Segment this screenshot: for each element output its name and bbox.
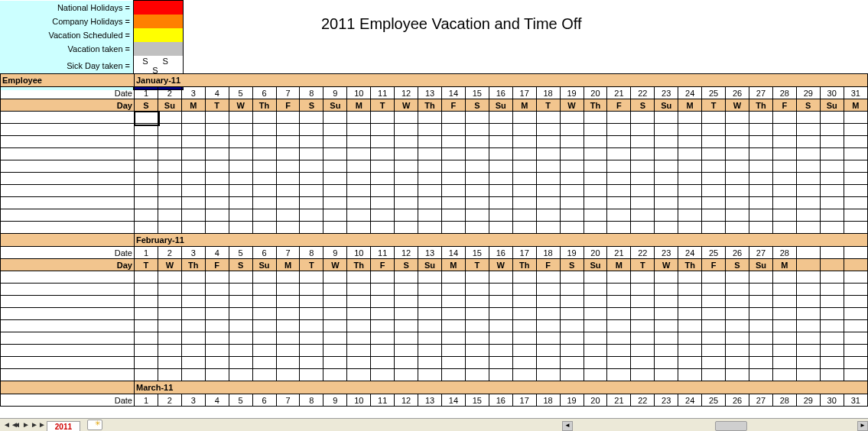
grid-cell[interactable] [395, 173, 418, 185]
grid-cell[interactable] [560, 369, 584, 381]
grid-cell[interactable] [702, 296, 726, 308]
grid-cell[interactable] [631, 185, 655, 197]
grid-cell[interactable] [584, 332, 607, 345]
grid-cell[interactable] [135, 112, 158, 124]
grid-cell[interactable] [749, 160, 772, 173]
grid-cell[interactable] [820, 308, 844, 320]
grid-cell[interactable] [772, 209, 796, 222]
grid-cell[interactable] [512, 222, 536, 234]
grid-cell[interactable] [418, 136, 442, 148]
grid-cell[interactable] [205, 148, 229, 160]
grid-cell[interactable] [158, 332, 181, 345]
grid-cell[interactable] [395, 124, 418, 136]
grid-cell[interactable] [536, 357, 560, 369]
grid-cell[interactable] [796, 369, 820, 381]
grid-cell[interactable] [418, 197, 442, 209]
grid-cell[interactable] [631, 320, 655, 332]
grid-cell[interactable] [607, 136, 631, 148]
grid-cell[interactable] [465, 296, 489, 308]
grid-cell[interactable] [276, 271, 300, 284]
new-sheet-button[interactable] [87, 420, 102, 430]
grid-cell[interactable] [181, 284, 205, 296]
grid-cell[interactable] [844, 357, 867, 369]
grid-cell[interactable] [512, 209, 536, 222]
scroll-thumb[interactable] [715, 421, 747, 431]
grid-cell[interactable] [441, 185, 465, 197]
grid-cell[interactable] [678, 296, 702, 308]
grid-cell[interactable] [276, 332, 300, 345]
grid-cell[interactable] [252, 332, 276, 345]
grid-cell[interactable] [560, 173, 584, 185]
grid-cell[interactable] [135, 197, 158, 209]
grid-cell[interactable] [512, 112, 536, 124]
grid-cell[interactable] [135, 185, 158, 197]
grid-cell[interactable] [489, 173, 512, 185]
grid-cell[interactable] [844, 271, 867, 284]
grid-cell[interactable] [678, 369, 702, 381]
grid-cell[interactable] [772, 345, 796, 357]
grid-cell[interactable] [749, 332, 772, 345]
grid-cell[interactable] [135, 124, 158, 136]
grid-cell[interactable] [158, 136, 181, 148]
grid-cell[interactable] [418, 185, 442, 197]
grid-cell[interactable] [820, 332, 844, 345]
grid-cell[interactable] [347, 357, 371, 369]
grid-cell[interactable] [465, 160, 489, 173]
grid-cell[interactable] [205, 308, 229, 320]
grid-cell[interactable] [560, 185, 584, 197]
grid-cell[interactable] [441, 222, 465, 234]
grid-cell[interactable] [252, 284, 276, 296]
grid-cell[interactable] [347, 345, 371, 357]
grid-cell[interactable] [418, 320, 442, 332]
grid-cell[interactable] [702, 136, 726, 148]
grid-cell[interactable] [772, 136, 796, 148]
grid-cell[interactable] [371, 308, 395, 320]
grid-cell[interactable] [252, 185, 276, 197]
grid-cell[interactable] [323, 332, 347, 345]
grid-cell[interactable] [135, 271, 158, 284]
grid-cell[interactable] [512, 124, 536, 136]
grid-cell[interactable] [229, 296, 252, 308]
grid-cell[interactable] [229, 197, 252, 209]
grid-cell[interactable] [441, 271, 465, 284]
grid-cell[interactable] [655, 345, 678, 357]
grid-cell[interactable] [395, 185, 418, 197]
grid-cell[interactable] [465, 222, 489, 234]
grid-cell[interactable] [158, 284, 181, 296]
grid-cell[interactable] [181, 173, 205, 185]
grid-cell[interactable] [678, 112, 702, 124]
grid-cell[interactable] [536, 160, 560, 173]
grid-cell[interactable] [229, 345, 252, 357]
grid-cell[interactable] [844, 185, 867, 197]
grid-cell[interactable] [772, 148, 796, 160]
grid-cell[interactable] [489, 345, 512, 357]
grid-cell[interactable] [678, 173, 702, 185]
grid-cell[interactable] [441, 173, 465, 185]
grid-cell[interactable] [749, 369, 772, 381]
grid-cell[interactable] [560, 124, 584, 136]
grid-cell[interactable] [844, 209, 867, 222]
grid-cell[interactable] [135, 136, 158, 148]
grid-cell[interactable] [560, 136, 584, 148]
grid-cell[interactable] [772, 271, 796, 284]
grid-cell[interactable] [536, 222, 560, 234]
grid-cell[interactable] [371, 185, 395, 197]
grid-cell[interactable] [726, 332, 749, 345]
grid-cell[interactable] [820, 136, 844, 148]
grid-cell[interactable] [347, 160, 371, 173]
grid-cell[interactable] [560, 332, 584, 345]
grid-cell[interactable] [323, 136, 347, 148]
grid-cell[interactable] [158, 271, 181, 284]
grid-cell[interactable] [158, 112, 181, 124]
grid-cell[interactable] [181, 209, 205, 222]
grid-cell[interactable] [135, 296, 158, 308]
grid-cell[interactable] [607, 308, 631, 320]
grid-cell[interactable] [395, 222, 418, 234]
grid-cell[interactable] [702, 124, 726, 136]
grid-cell[interactable] [441, 332, 465, 345]
grid-cell[interactable] [205, 160, 229, 173]
grid-cell[interactable] [229, 160, 252, 173]
grid-cell[interactable] [371, 284, 395, 296]
grid-cell[interactable] [726, 124, 749, 136]
grid-cell[interactable] [395, 296, 418, 308]
